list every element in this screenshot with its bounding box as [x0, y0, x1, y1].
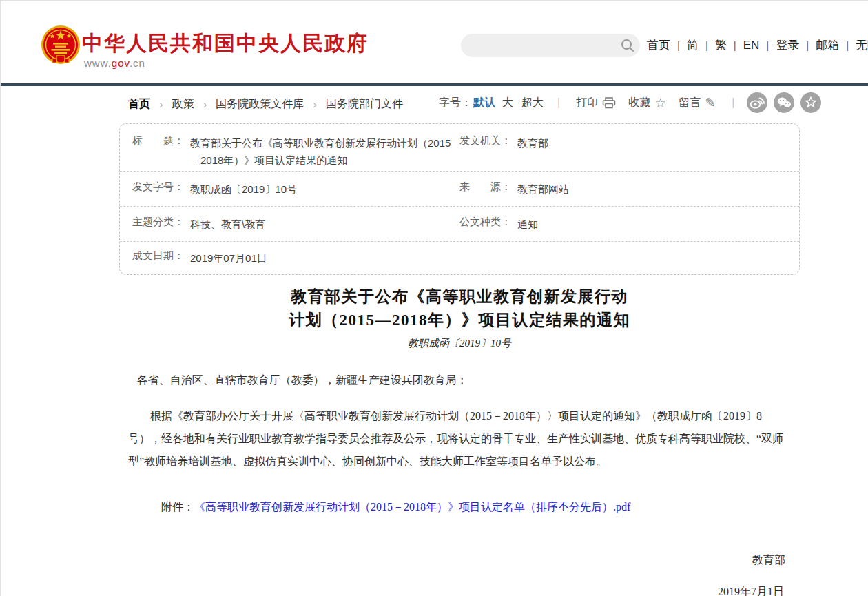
- meta-label-issuing-agency: 发文机关：: [459, 134, 517, 152]
- search-box: [461, 34, 640, 57]
- meta-cell-source: 来 源： 教育部网站: [459, 181, 787, 198]
- document-article: 教育部关于公布《高等职业教育创新发展行动 计划（2015—2018年）》项目认定…: [119, 285, 800, 596]
- printer-icon: [602, 97, 616, 109]
- signature-agency: 教育部: [128, 548, 791, 571]
- nav-separator: |: [705, 39, 708, 51]
- signature-date: 2019年7月1日: [128, 580, 791, 596]
- meta-cell-title: 标 题： 教育部关于公布《高等职业教育创新发展行动计划（2015－2018年）》…: [132, 134, 459, 169]
- meta-value-written-date: 2019年07月01日: [190, 249, 459, 267]
- pencil-icon: ✎: [705, 96, 716, 110]
- header-divider-bar: [1, 83, 868, 86]
- nav-link-english[interactable]: EN: [743, 39, 760, 52]
- body-paragraph: 根据《教育部办公厅关于开展〈高等职业教育创新发展行动计划（2015－2018年）…: [128, 404, 791, 473]
- nav-separator: |: [846, 39, 849, 51]
- wechat-icon[interactable]: [774, 92, 794, 113]
- favorite-label: 收藏: [628, 96, 650, 110]
- meta-label-docnumber: 发文字号：: [132, 181, 190, 198]
- meta-cell-docnumber: 发文字号： 教职成函〔2019〕10号: [132, 181, 459, 198]
- site-url-www: www.: [84, 57, 112, 69]
- nav-separator: |: [677, 39, 680, 51]
- attachment-label: 附件：: [161, 501, 194, 513]
- breadcrumb-item-department-documents[interactable]: 国务院部门文件: [326, 97, 403, 112]
- breadcrumb-separator: ›: [313, 98, 317, 112]
- meta-value-subject-category: 科技、教育\教育: [190, 216, 459, 233]
- site-url-cn: .cn: [130, 57, 145, 69]
- meta-row-title: 标 题： 教育部关于公布《高等职业教育创新发展行动计划（2015－2018年）》…: [120, 124, 799, 172]
- nav-link-traditional[interactable]: 繁: [715, 37, 727, 53]
- nav-separator: |: [806, 39, 809, 51]
- weibo-icon[interactable]: [747, 92, 767, 113]
- meta-label-written-date: 成文日期：: [132, 249, 190, 267]
- breadcrumb: 首页 › 政策 › 国务院政策文件库 › 国务院部门文件: [128, 97, 403, 112]
- meta-label-source: 来 源：: [459, 181, 517, 198]
- top-nav: 首页| 简| 繁| EN| 登录| 邮箱| 无障碍: [647, 37, 868, 53]
- breadcrumb-item-home[interactable]: 首页: [128, 97, 150, 112]
- star-icon: ☆: [654, 96, 666, 110]
- search-button[interactable]: [615, 34, 640, 57]
- comment-label: 留言: [679, 96, 701, 110]
- meta-value-docnumber: 教职成函〔2019〕10号: [190, 181, 459, 198]
- font-size-large-button[interactable]: 大: [502, 96, 513, 110]
- attachment-pdf-link[interactable]: 《高等职业教育创新发展行动计划（2015－2018年）》项目认定名单（排序不分先…: [194, 501, 630, 513]
- print-button[interactable]: 打印: [576, 96, 616, 110]
- meta-cell-document-type: 公文种类： 通知: [459, 216, 787, 233]
- search-icon: [620, 38, 635, 53]
- meta-label-subject-category: 主题分类：: [132, 216, 190, 233]
- toolbar-separator: |: [557, 96, 560, 109]
- search-input[interactable]: [461, 35, 615, 56]
- site-header: 中华人民共和国中央人民政府 www.gov.cn 首页| 简| 繁| EN| 登…: [1, 1, 868, 83]
- meta-label-title: 标 题：: [132, 134, 190, 169]
- nav-link-accessibility[interactable]: 无障碍: [856, 37, 868, 53]
- meta-value-title: 教育部关于公布《高等职业教育创新发展行动计划（2015－2018年）》项目认定结…: [190, 134, 459, 169]
- qzone-star-icon[interactable]: [800, 92, 821, 113]
- print-label: 打印: [576, 96, 598, 110]
- nav-separator: |: [734, 39, 736, 51]
- breadcrumb-item-policy[interactable]: 政策: [172, 97, 194, 112]
- document-meta-table: 标 题： 教育部关于公布《高等职业教育创新发展行动计划（2015－2018年）》…: [119, 123, 800, 275]
- meta-cell-issuing-agency: 发文机关： 教育部: [459, 134, 787, 152]
- nav-separator: |: [766, 39, 769, 51]
- document-title: 教育部关于公布《高等职业教育创新发展行动 计划（2015—2018年）》项目认定…: [119, 285, 800, 332]
- meta-cell-written-date: 成文日期： 2019年07月01日: [132, 249, 459, 267]
- national-emblem-logo: [38, 24, 83, 71]
- document-number: 教职成函〔2019〕10号: [119, 337, 800, 350]
- meta-cell-subject-category: 主题分类： 科技、教育\教育: [132, 216, 459, 233]
- breadcrumb-item-policy-library[interactable]: 国务院政策文件库: [216, 97, 304, 112]
- salutation: 各省、自治区、直辖市教育厅（教委），新疆生产建设兵团教育局：: [128, 369, 791, 391]
- document-title-line1: 教育部关于公布《高等职业教育创新发展行动: [119, 285, 800, 309]
- favorite-button[interactable]: 收藏 ☆: [628, 96, 666, 110]
- nav-link-login[interactable]: 登录: [776, 37, 799, 53]
- font-size-default-button[interactable]: 默认: [473, 96, 495, 110]
- site-url-gov: gov: [112, 57, 130, 69]
- document-title-line2: 计划（2015—2018年）》项目认定结果的通知: [119, 309, 800, 332]
- meta-row-date: 成文日期： 2019年07月01日: [120, 242, 799, 274]
- site-url: www.gov.cn: [84, 57, 145, 69]
- meta-value-document-type: 通知: [517, 216, 787, 233]
- meta-value-issuing-agency: 教育部: [517, 134, 787, 152]
- document-body: 各省、自治区、直辖市教育厅（教委），新疆生产建设兵团教育局： 根据《教育部办公厅…: [119, 369, 800, 596]
- site-title: 中华人民共和国中央人民政府: [82, 30, 369, 58]
- breadcrumb-separator: ›: [159, 98, 163, 112]
- meta-row-category: 主题分类： 科技、教育\教育 公文种类： 通知: [120, 207, 799, 242]
- attachment-line: 附件：《高等职业教育创新发展行动计划（2015－2018年）》项目认定名单（排序…: [128, 495, 791, 518]
- toolbar-separator: |: [732, 96, 734, 109]
- nav-link-home[interactable]: 首页: [647, 37, 670, 53]
- nav-link-simplified[interactable]: 简: [687, 37, 699, 53]
- comment-button[interactable]: 留言 ✎: [679, 96, 716, 110]
- nav-link-mail[interactable]: 邮箱: [816, 37, 839, 53]
- meta-label-document-type: 公文种类：: [459, 216, 517, 233]
- breadcrumb-separator: ›: [203, 98, 207, 112]
- page-toolbar: 字号： 默认 大 超大 | 打印 收藏 ☆ 留言 ✎ |: [439, 91, 821, 114]
- font-size-xlarge-button[interactable]: 超大: [521, 96, 544, 110]
- meta-row-docnumber: 发文字号： 教职成函〔2019〕10号 来 源： 教育部网站: [120, 172, 799, 207]
- meta-value-source: 教育部网站: [517, 181, 787, 198]
- share-buttons: [747, 92, 821, 113]
- font-size-label: 字号：: [439, 96, 472, 110]
